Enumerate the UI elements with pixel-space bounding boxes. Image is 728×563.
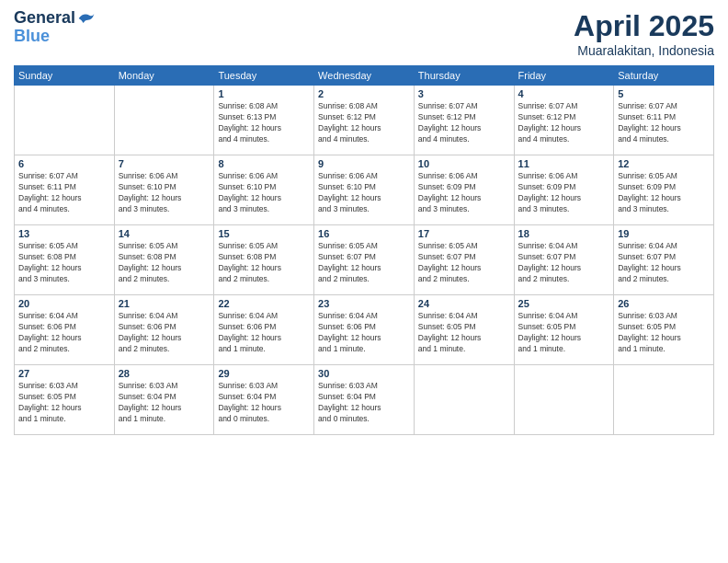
day-number: 11 [518,158,610,169]
day-number: 24 [418,298,510,309]
cell-0-2: 1Sunrise: 6:08 AM Sunset: 6:13 PM Daylig… [214,86,314,155]
cell-2-4: 17Sunrise: 6:05 AM Sunset: 6:07 PM Dayli… [414,225,514,295]
logo-bird-icon [77,9,96,28]
location: Muaralakitan, Indonesia [574,43,714,58]
day-info: Sunrise: 6:04 AM Sunset: 6:05 PM Dayligh… [518,311,610,355]
cell-4-6 [614,365,714,435]
day-number: 13 [18,228,110,239]
day-number: 23 [318,298,410,309]
week-row-1: 1Sunrise: 6:08 AM Sunset: 6:13 PM Daylig… [15,86,714,155]
day-number: 2 [318,88,410,99]
logo: General Blue [14,9,96,46]
day-number: 27 [18,368,110,379]
day-info: Sunrise: 6:05 AM Sunset: 6:07 PM Dayligh… [318,241,410,285]
day-number: 9 [318,158,410,169]
cell-1-3: 9Sunrise: 6:06 AM Sunset: 6:10 PM Daylig… [314,155,415,225]
day-info: Sunrise: 6:04 AM Sunset: 6:06 PM Dayligh… [119,311,210,355]
header: General Blue April 2025 Muaralakitan, In… [14,9,714,58]
cell-3-5: 25Sunrise: 6:04 AM Sunset: 6:05 PM Dayli… [514,295,614,365]
cell-0-3: 2Sunrise: 6:08 AM Sunset: 6:12 PM Daylig… [314,86,415,155]
day-info: Sunrise: 6:05 AM Sunset: 6:08 PM Dayligh… [18,241,110,285]
cell-0-1 [114,86,214,155]
cell-4-1: 28Sunrise: 6:03 AM Sunset: 6:04 PM Dayli… [114,365,214,435]
day-info: Sunrise: 6:04 AM Sunset: 6:05 PM Dayligh… [418,311,510,355]
cell-0-5: 4Sunrise: 6:07 AM Sunset: 6:12 PM Daylig… [514,86,614,155]
cell-2-1: 14Sunrise: 6:05 AM Sunset: 6:08 PM Dayli… [114,225,214,295]
day-info: Sunrise: 6:05 AM Sunset: 6:09 PM Dayligh… [618,171,710,215]
day-info: Sunrise: 6:07 AM Sunset: 6:11 PM Dayligh… [18,171,110,215]
header-thursday: Thursday [414,66,514,86]
header-saturday: Saturday [614,66,714,86]
cell-2-2: 15Sunrise: 6:05 AM Sunset: 6:08 PM Dayli… [214,225,314,295]
day-number: 8 [218,158,310,169]
header-sunday: Sunday [15,66,115,86]
title-block: April 2025 Muaralakitan, Indonesia [574,9,714,58]
cell-1-5: 11Sunrise: 6:06 AM Sunset: 6:09 PM Dayli… [514,155,614,225]
day-info: Sunrise: 6:05 AM Sunset: 6:08 PM Dayligh… [218,241,310,285]
cell-3-3: 23Sunrise: 6:04 AM Sunset: 6:06 PM Dayli… [314,295,415,365]
day-number: 6 [18,158,110,169]
day-info: Sunrise: 6:03 AM Sunset: 6:04 PM Dayligh… [318,381,410,425]
calendar-header-row: Sunday Monday Tuesday Wednesday Thursday… [15,66,714,86]
day-number: 5 [618,88,710,99]
logo-text: General [14,9,75,28]
day-number: 25 [518,298,610,309]
day-info: Sunrise: 6:04 AM Sunset: 6:07 PM Dayligh… [618,241,710,285]
day-number: 4 [518,88,610,99]
calendar-table: Sunday Monday Tuesday Wednesday Thursday… [14,65,714,435]
month-year: April 2025 [574,9,714,43]
day-info: Sunrise: 6:04 AM Sunset: 6:06 PM Dayligh… [218,311,310,355]
cell-3-0: 20Sunrise: 6:04 AM Sunset: 6:06 PM Dayli… [15,295,115,365]
day-info: Sunrise: 6:06 AM Sunset: 6:10 PM Dayligh… [318,171,410,215]
day-number: 18 [518,228,610,239]
week-row-4: 20Sunrise: 6:04 AM Sunset: 6:06 PM Dayli… [15,295,714,365]
day-info: Sunrise: 6:03 AM Sunset: 6:04 PM Dayligh… [218,381,310,425]
day-number: 29 [218,368,310,379]
day-number: 15 [218,228,310,239]
cell-0-6: 5Sunrise: 6:07 AM Sunset: 6:11 PM Daylig… [614,86,714,155]
day-info: Sunrise: 6:04 AM Sunset: 6:06 PM Dayligh… [318,311,410,355]
cell-1-0: 6Sunrise: 6:07 AM Sunset: 6:11 PM Daylig… [15,155,115,225]
day-number: 22 [218,298,310,309]
day-number: 17 [418,228,510,239]
cell-4-0: 27Sunrise: 6:03 AM Sunset: 6:05 PM Dayli… [15,365,115,435]
header-friday: Friday [514,66,614,86]
cell-4-4 [414,365,514,435]
header-monday: Monday [114,66,214,86]
day-info: Sunrise: 6:06 AM Sunset: 6:09 PM Dayligh… [518,171,610,215]
day-info: Sunrise: 6:05 AM Sunset: 6:08 PM Dayligh… [119,241,210,285]
day-number: 26 [618,298,710,309]
cell-2-3: 16Sunrise: 6:05 AM Sunset: 6:07 PM Dayli… [314,225,415,295]
day-number: 12 [618,158,710,169]
cell-0-0 [15,86,115,155]
logo-blue-text: Blue [14,27,50,45]
day-number: 3 [418,88,510,99]
day-number: 14 [119,228,210,239]
day-number: 30 [318,368,410,379]
cell-1-6: 12Sunrise: 6:05 AM Sunset: 6:09 PM Dayli… [614,155,714,225]
cell-1-1: 7Sunrise: 6:06 AM Sunset: 6:10 PM Daylig… [114,155,214,225]
cell-4-3: 30Sunrise: 6:03 AM Sunset: 6:04 PM Dayli… [314,365,415,435]
cell-2-6: 19Sunrise: 6:04 AM Sunset: 6:07 PM Dayli… [614,225,714,295]
day-info: Sunrise: 6:06 AM Sunset: 6:09 PM Dayligh… [418,171,510,215]
day-info: Sunrise: 6:07 AM Sunset: 6:12 PM Dayligh… [418,101,510,145]
cell-2-5: 18Sunrise: 6:04 AM Sunset: 6:07 PM Dayli… [514,225,614,295]
cell-3-6: 26Sunrise: 6:03 AM Sunset: 6:05 PM Dayli… [614,295,714,365]
day-info: Sunrise: 6:06 AM Sunset: 6:10 PM Dayligh… [119,171,210,215]
day-number: 28 [119,368,210,379]
day-number: 19 [618,228,710,239]
day-info: Sunrise: 6:06 AM Sunset: 6:10 PM Dayligh… [218,171,310,215]
day-number: 1 [218,88,310,99]
day-info: Sunrise: 6:07 AM Sunset: 6:11 PM Dayligh… [618,101,710,145]
cell-3-4: 24Sunrise: 6:04 AM Sunset: 6:05 PM Dayli… [414,295,514,365]
header-tuesday: Tuesday [214,66,314,86]
day-info: Sunrise: 6:07 AM Sunset: 6:12 PM Dayligh… [518,101,610,145]
cell-2-0: 13Sunrise: 6:05 AM Sunset: 6:08 PM Dayli… [15,225,115,295]
day-info: Sunrise: 6:03 AM Sunset: 6:05 PM Dayligh… [618,311,710,355]
day-number: 16 [318,228,410,239]
day-number: 7 [119,158,210,169]
cell-4-2: 29Sunrise: 6:03 AM Sunset: 6:04 PM Dayli… [214,365,314,435]
cell-0-4: 3Sunrise: 6:07 AM Sunset: 6:12 PM Daylig… [414,86,514,155]
day-number: 20 [18,298,110,309]
cell-1-2: 8Sunrise: 6:06 AM Sunset: 6:10 PM Daylig… [214,155,314,225]
